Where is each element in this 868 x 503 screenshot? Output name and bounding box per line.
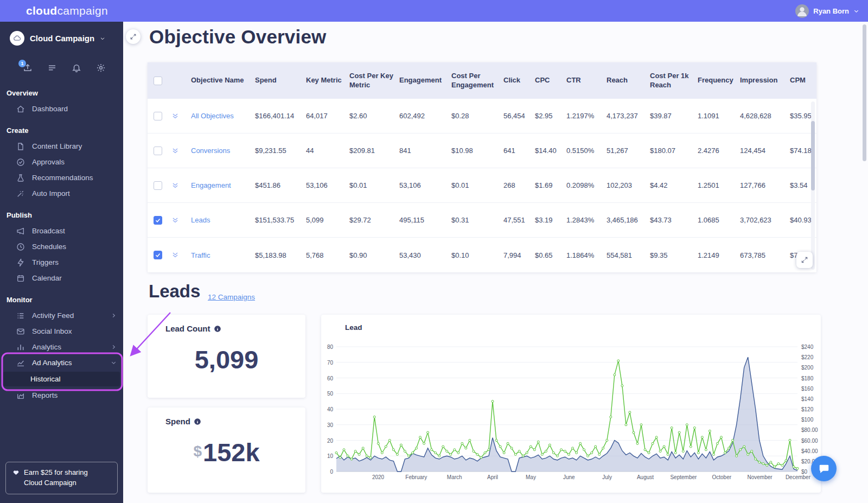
- cell-spend: $451.86: [255, 181, 306, 189]
- spend-card: Spend $152k: [148, 408, 305, 493]
- spend-value: $152k: [148, 437, 305, 467]
- sidebar-item-calendar[interactable]: Calendar: [0, 270, 123, 286]
- table-header: Objective NameSpendKey MetricCost Per Ke…: [148, 62, 816, 99]
- row-checkbox[interactable]: [154, 251, 162, 259]
- x-axis-label: March: [447, 474, 462, 480]
- cell-reach: 554,581: [607, 251, 650, 259]
- table-scrollbar[interactable]: [811, 101, 815, 270]
- cell-reach: 4,173,237: [607, 112, 650, 120]
- row-expand-cell: [171, 251, 191, 259]
- heart-icon: [12, 468, 20, 488]
- objective-link-engagement[interactable]: Engagement: [191, 181, 231, 189]
- left-axis-tick: 30: [327, 422, 333, 428]
- column-header-click: Click: [503, 76, 535, 85]
- cell-cost-per-engagement: $0.10: [451, 251, 503, 259]
- double-chevron-down-icon[interactable]: [171, 251, 188, 259]
- table-expand-button[interactable]: [796, 252, 813, 268]
- double-chevron-down-icon[interactable]: [171, 182, 188, 189]
- referral-promo[interactable]: Earn $25 for sharingCloud Campaign: [5, 462, 118, 494]
- objective-name-cell: Engagement: [191, 181, 255, 189]
- sidebar-item-dashboard[interactable]: Dashboard: [0, 101, 123, 117]
- cell-cost-per-1k-reach: $39.87: [650, 112, 698, 120]
- campaigns-link[interactable]: 12 Campaigns: [208, 293, 255, 301]
- bell-icon[interactable]: [72, 63, 81, 73]
- chevron-right-icon: [111, 344, 117, 350]
- table-row-traffic: Traffic$5,183.985,768$0.9053,430$0.107,9…: [148, 238, 816, 272]
- chevron-down-icon: [111, 360, 117, 366]
- avatar: [795, 4, 809, 18]
- brand-logo[interactable]: cloudcampaign: [26, 4, 108, 17]
- info-icon[interactable]: [194, 418, 201, 425]
- column-header-cost-per-1k-reach: Cost Per 1k Reach: [650, 72, 698, 90]
- cell-spend: $5,183.98: [255, 251, 306, 259]
- chevron-down-icon: [853, 8, 859, 14]
- cell-cost-per-engagement: $0.28: [451, 112, 503, 120]
- row-checkbox[interactable]: [154, 181, 162, 190]
- x-axis-label: February: [405, 474, 427, 480]
- sidebar-item-historical[interactable]: Historical: [3, 372, 120, 386]
- sidebar-item-auto-import[interactable]: Auto Import: [0, 186, 123, 201]
- chat-button[interactable]: [811, 456, 837, 481]
- currency-symbol: $: [193, 443, 202, 460]
- right-axis-tick: $80.00: [801, 427, 818, 433]
- right-axis-tick: $240: [801, 344, 813, 350]
- page-scrollbar[interactable]: [863, 24, 866, 161]
- sidebar-item-social-inbox[interactable]: Social Inbox: [0, 323, 123, 339]
- left-axis-tick: 10: [327, 453, 333, 459]
- sidebar-item-reports[interactable]: Reports: [0, 387, 123, 403]
- column-header-impression: Impression: [740, 76, 790, 85]
- sidebar-item-schedules[interactable]: Schedules: [0, 239, 123, 254]
- home-icon: [16, 105, 25, 113]
- wand-icon: [16, 189, 25, 198]
- row-checkbox[interactable]: [154, 112, 162, 120]
- row-checkbox[interactable]: [154, 147, 162, 155]
- objective-link-traffic[interactable]: Traffic: [191, 251, 210, 259]
- gear-icon[interactable]: [96, 63, 106, 73]
- double-chevron-down-icon[interactable]: [171, 147, 188, 155]
- user-menu[interactable]: Ryan Born: [795, 4, 859, 18]
- select-all-checkbox[interactable]: [154, 77, 162, 85]
- objective-link-all-objectives[interactable]: All Objectives: [191, 112, 234, 120]
- sidebar-item-label: Recommendations: [32, 174, 93, 182]
- publish-icon[interactable]: 1: [23, 63, 33, 73]
- topbar: cloudcampaign Ryan Born: [0, 0, 868, 22]
- cell-cost-per-engagement: $0.01: [451, 181, 503, 189]
- table-scrollbar-thumb[interactable]: [811, 121, 815, 190]
- cell-engagement: 841: [399, 147, 451, 155]
- cell-key-metric: 5,768: [306, 251, 349, 259]
- sidebar-item-recommendations[interactable]: Recommendations: [0, 170, 123, 186]
- sidebar: Cloud Campaign 1 OverviewDashboardCreate…: [0, 22, 123, 503]
- chart-left-axis: 80706050403020100: [321, 347, 334, 472]
- chevron-down-icon: [100, 36, 105, 41]
- left-axis-tick: 80: [327, 344, 333, 350]
- cell-spend: $166,401.14: [255, 112, 306, 120]
- bar-chart-icon: [16, 343, 25, 352]
- main-content: Objective Overview Objective NameSpendKe…: [123, 22, 868, 503]
- objective-name-cell: Conversions: [191, 147, 255, 155]
- lead-count-value: 5,099: [148, 345, 305, 374]
- sidebar-item-broadcast[interactable]: Broadcast: [0, 223, 123, 239]
- workspace-selector[interactable]: Cloud Campaign: [0, 22, 123, 49]
- sidebar-item-approvals[interactable]: Approvals: [0, 154, 123, 170]
- sidebar-item-activity-feed[interactable]: Activity Feed: [0, 308, 123, 323]
- sidebar-item-ad-analytics[interactable]: Ad Analytics: [0, 355, 123, 371]
- left-axis-tick: 40: [327, 406, 333, 412]
- sidebar-item-content-library[interactable]: Content Library: [0, 138, 123, 154]
- column-header-spend: Spend: [255, 76, 306, 85]
- chevron-right-icon: [111, 313, 117, 319]
- cell-cost-per-engagement: $0.31: [451, 216, 503, 224]
- sidebar-item-label: Ad Analytics: [32, 359, 72, 367]
- sidebar-item-triggers[interactable]: Triggers: [0, 254, 123, 270]
- info-icon[interactable]: [214, 325, 221, 333]
- row-checkbox[interactable]: [154, 216, 162, 225]
- x-axis-label: July: [602, 474, 612, 480]
- x-axis-label: 2020: [372, 474, 384, 480]
- collapse-sidebar-button[interactable]: [126, 29, 141, 44]
- double-chevron-down-icon[interactable]: [171, 112, 188, 120]
- double-chevron-down-icon[interactable]: [171, 217, 188, 224]
- right-axis-tick: $160: [801, 385, 813, 391]
- objective-link-conversions[interactable]: Conversions: [191, 147, 230, 155]
- sidebar-item-analytics[interactable]: Analytics: [0, 339, 123, 355]
- objective-link-leads[interactable]: Leads: [191, 216, 210, 224]
- queue-icon[interactable]: [47, 63, 57, 73]
